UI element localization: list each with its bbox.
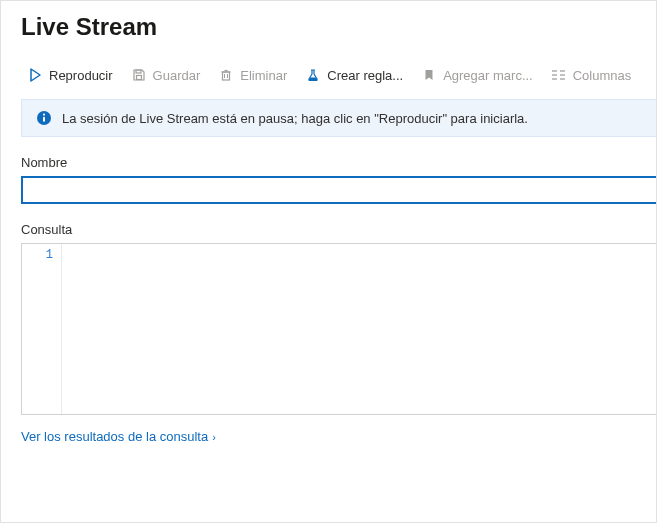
flask-icon	[305, 67, 321, 83]
info-icon	[36, 110, 52, 126]
svg-rect-3	[223, 72, 230, 80]
svg-rect-2	[136, 76, 141, 80]
trash-icon	[218, 67, 234, 83]
bookmark-icon	[421, 67, 437, 83]
gutter-line-1: 1	[22, 248, 53, 262]
columns-icon	[551, 67, 567, 83]
svg-point-15	[43, 114, 45, 116]
create-rule-button[interactable]: Crear regla...	[299, 63, 409, 87]
svg-marker-0	[31, 69, 40, 81]
play-label: Reproducir	[49, 68, 113, 83]
columns-label: Columnas	[573, 68, 632, 83]
toolbar: Reproducir Guardar	[21, 63, 656, 97]
save-button[interactable]: Guardar	[125, 63, 207, 87]
query-gutter: 1	[22, 244, 62, 414]
bookmark-button[interactable]: Agregar marc...	[415, 63, 539, 87]
create-rule-label: Crear regla...	[327, 68, 403, 83]
name-label: Nombre	[21, 155, 656, 170]
svg-rect-16	[43, 117, 45, 122]
bookmark-label: Agregar marc...	[443, 68, 533, 83]
save-icon	[131, 67, 147, 83]
live-stream-panel: Live Stream Reproducir Guardar	[0, 0, 657, 523]
name-input[interactable]	[21, 176, 656, 204]
delete-label: Eliminar	[240, 68, 287, 83]
chevron-right-icon: ›	[212, 431, 216, 443]
svg-rect-1	[136, 70, 141, 73]
view-results-link[interactable]: Ver los resultados de la consulta ›	[21, 429, 216, 444]
info-message: La sesión de Live Stream está en pausa; …	[62, 111, 528, 126]
query-textarea[interactable]	[62, 244, 656, 414]
query-label: Consulta	[21, 222, 656, 237]
play-icon	[27, 67, 43, 83]
delete-button[interactable]: Eliminar	[212, 63, 293, 87]
page-title: Live Stream	[21, 13, 656, 41]
query-editor: 1	[21, 243, 656, 415]
view-results-label: Ver los resultados de la consulta	[21, 429, 208, 444]
save-label: Guardar	[153, 68, 201, 83]
info-banner: La sesión de Live Stream está en pausa; …	[21, 99, 656, 137]
play-button[interactable]: Reproducir	[21, 63, 119, 87]
columns-button[interactable]: Columnas	[545, 63, 638, 87]
